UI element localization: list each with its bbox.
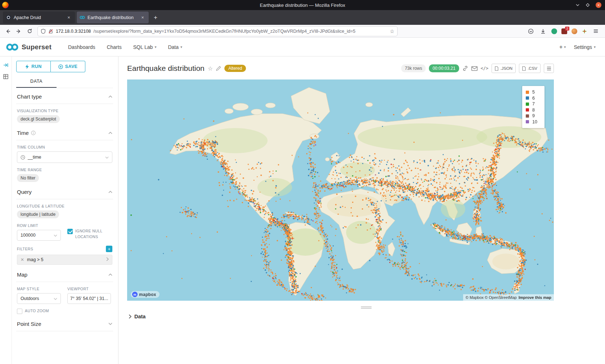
- nav-item-sql-lab[interactable]: SQL Lab▾: [128, 38, 162, 56]
- export-csv-button[interactable]: .CSV: [519, 64, 541, 73]
- legend-label: 7: [532, 101, 535, 106]
- browser-window: Earthquake distribution — Mozilla Firefo…: [0, 0, 605, 364]
- short-link-icon[interactable]: [462, 65, 468, 71]
- nav-item-data[interactable]: Data▾: [163, 38, 187, 56]
- time-column-select[interactable]: __time: [17, 151, 112, 163]
- insecure-lock-icon[interactable]: [48, 29, 53, 34]
- pocket-icon[interactable]: [526, 26, 536, 36]
- settings-menu[interactable]: Settings▾: [574, 44, 596, 50]
- export-json-button[interactable]: .JSON: [492, 64, 516, 73]
- edit-properties-icon[interactable]: [216, 66, 221, 71]
- superset-navbar: Superset Dashboards Charts SQL Lab▾ Data…: [0, 38, 605, 56]
- section-time[interactable]: Time: [16, 124, 113, 140]
- map-attribution: © Mapbox © OpenStreetMap Improve this ma…: [463, 294, 554, 301]
- viz-type-label: VISUALIZATION TYPE: [17, 109, 112, 113]
- altered-badge[interactable]: Altered: [224, 65, 246, 72]
- extension-icon-2[interactable]: 2: [560, 27, 568, 35]
- forward-button[interactable]: [14, 26, 24, 36]
- mapbox-logo[interactable]: m mapbox: [131, 291, 160, 298]
- tab-title: Apache Druid: [14, 15, 63, 20]
- legend-item: 10: [526, 119, 539, 125]
- new-item-menu[interactable]: +▾: [559, 44, 566, 50]
- bookmark-star-icon[interactable]: ☆: [390, 28, 394, 34]
- chevron-up-icon: [108, 273, 112, 276]
- email-icon[interactable]: [471, 66, 478, 71]
- tab-close-icon[interactable]: ×: [66, 14, 72, 21]
- dataset-grid-icon[interactable]: [2, 73, 9, 80]
- viewport-field[interactable]: 7° 35' 54.02" | 31...: [67, 293, 111, 304]
- url-bar-input[interactable]: 172.18.0.3:32108 /superset/explore/?form…: [37, 26, 398, 36]
- tab-earthquake-distribution[interactable]: Earthquake distribution ×: [77, 12, 149, 23]
- data-panel-toggle[interactable]: Data: [127, 309, 554, 319]
- section-map[interactable]: Map: [16, 266, 113, 282]
- legend-item: 8: [526, 107, 539, 113]
- map-style-select[interactable]: Outdoors: [17, 293, 61, 304]
- reload-button[interactable]: [24, 26, 35, 36]
- time-column-label: TIME COLUMN: [17, 145, 112, 149]
- back-button[interactable]: [3, 26, 13, 36]
- time-range-label: TIME RANGE: [17, 168, 112, 172]
- superset-logo[interactable]: Superset: [6, 42, 51, 52]
- chevron-down-icon: [105, 155, 109, 160]
- legend-item: 5: [526, 89, 539, 95]
- favorite-star-icon[interactable]: ☆: [208, 65, 213, 72]
- extension-icon-3[interactable]: [570, 27, 578, 35]
- lonlat-value[interactable]: longitude | latitude: [17, 210, 59, 218]
- improve-map-link[interactable]: Improve this map: [519, 295, 551, 300]
- collapse-panel-icon[interactable]: [2, 62, 9, 69]
- window-close-button[interactable]: ×: [596, 2, 601, 8]
- legend-item: 9: [526, 113, 539, 119]
- hamburger-menu-icon[interactable]: [591, 26, 601, 36]
- tab-data-controls[interactable]: DATA: [16, 76, 57, 88]
- legend-label: 8: [532, 108, 535, 113]
- tab-close-icon[interactable]: ×: [139, 14, 146, 21]
- filter-chip[interactable]: ✕ mag > 5: [17, 255, 112, 265]
- chevron-up-icon: [108, 132, 112, 134]
- query-timer-badge: 00:00:03.21: [429, 64, 459, 72]
- info-icon: [31, 131, 36, 135]
- viewport-label: VIEWPORT: [67, 287, 111, 291]
- window-maximize-button[interactable]: [586, 3, 590, 7]
- url-path: /superset/explore/?form_data_key=1Ykx7oD…: [93, 29, 387, 34]
- new-tab-button[interactable]: +: [151, 13, 161, 23]
- mapbox-icon: m: [132, 292, 138, 297]
- downloads-icon[interactable]: [538, 26, 548, 36]
- chart-title: Earthquake distribution: [127, 64, 205, 73]
- file-icon: [522, 66, 526, 71]
- tab-apache-druid[interactable]: Apache Druid ×: [3, 12, 75, 23]
- extension-icon-1[interactable]: [550, 27, 558, 35]
- nav-item-dashboards[interactable]: Dashboards: [63, 38, 100, 56]
- legend-swatch: [526, 103, 529, 106]
- embed-code-icon[interactable]: </>: [481, 66, 489, 71]
- chart-menu-button[interactable]: [544, 64, 554, 73]
- legend-swatch: [526, 114, 529, 118]
- chevron-right-icon: [106, 257, 109, 262]
- extension-icon-4[interactable]: [581, 27, 588, 35]
- firefox-logo-icon: [2, 2, 9, 8]
- remove-filter-icon[interactable]: ✕: [21, 257, 24, 262]
- chart-main-area: Earthquake distribution ☆ Altered 73k ro…: [118, 56, 605, 364]
- save-button[interactable]: SAVE: [51, 61, 85, 72]
- section-point-size[interactable]: Point Size: [16, 315, 113, 331]
- tab-title: Earthquake distribution: [88, 15, 137, 20]
- resize-drag-handle[interactable]: [361, 306, 372, 309]
- brand-name: Superset: [22, 43, 51, 51]
- ignore-null-checkbox[interactable]: IGNORE NULL LOCATIONS: [67, 228, 112, 241]
- earthquake-points-layer[interactable]: [127, 79, 554, 301]
- section-chart-type[interactable]: Chart type: [16, 88, 113, 104]
- add-filter-button[interactable]: +: [106, 246, 112, 252]
- window-minimize-button[interactable]: [575, 3, 580, 7]
- time-range-value[interactable]: No filter: [17, 174, 39, 182]
- tracking-shield-icon[interactable]: [41, 29, 46, 34]
- auto-zoom-checkbox[interactable]: AUTO ZOOM: [17, 308, 61, 314]
- section-query[interactable]: Query: [16, 183, 113, 199]
- chevron-down-icon: [54, 296, 57, 301]
- viz-type-value[interactable]: deck.gl Scatterplot: [17, 115, 60, 123]
- chevron-right-icon: [129, 314, 131, 319]
- nav-item-charts[interactable]: Charts: [102, 38, 126, 56]
- map-style-label: MAP STYLE: [17, 287, 61, 291]
- legend-swatch: [526, 108, 529, 112]
- run-button[interactable]: RUN: [16, 61, 51, 72]
- row-limit-select[interactable]: 100000: [17, 230, 61, 241]
- map-viewport[interactable]: 5678910 m mapbox © Mapbox © OpenStreetMa…: [127, 79, 554, 301]
